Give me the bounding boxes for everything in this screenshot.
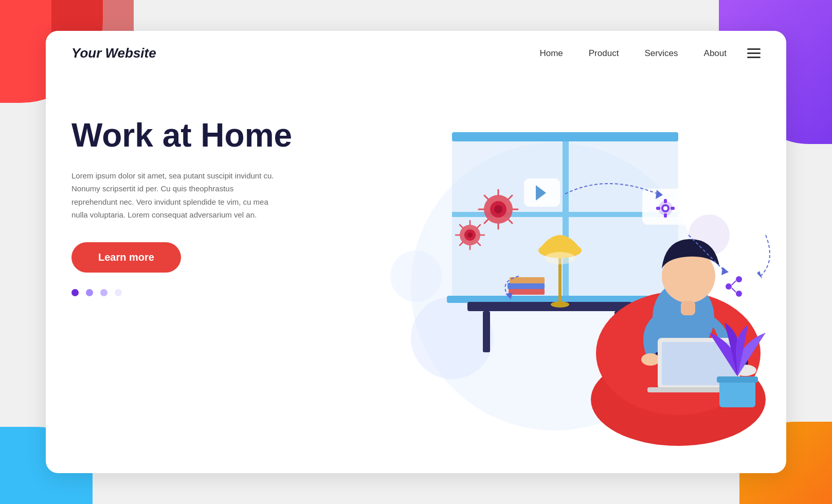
carousel-dots [71, 289, 329, 296]
svg-rect-7 [563, 141, 569, 297]
svg-point-39 [663, 206, 667, 210]
brand-logo[interactable]: Your Website [71, 45, 539, 61]
svg-rect-43 [671, 207, 675, 210]
nav-item-home[interactable]: Home [539, 48, 563, 59]
hamburger-menu-icon[interactable] [747, 48, 761, 58]
svg-point-19 [545, 252, 575, 264]
dot-4[interactable] [115, 289, 122, 296]
navbar: Your Website Home Product Services About [46, 31, 786, 76]
nav-link-services[interactable]: Services [644, 48, 678, 58]
svg-rect-44 [719, 271, 758, 302]
svg-rect-42 [656, 207, 660, 210]
svg-rect-32 [719, 379, 755, 407]
svg-rect-26 [681, 301, 695, 315]
svg-rect-13 [509, 289, 545, 295]
svg-point-4 [390, 250, 442, 302]
svg-rect-10 [467, 302, 632, 311]
menu-line-3 [747, 57, 761, 58]
hero-title: Work at Home [71, 117, 329, 155]
svg-rect-40 [664, 199, 667, 203]
nav-item-product[interactable]: Product [589, 48, 619, 59]
hero-section: Work at Home Lorem ipsum dolor sit amet,… [46, 76, 786, 472]
menu-line-2 [747, 52, 761, 54]
svg-rect-15 [510, 277, 545, 283]
svg-point-45 [726, 283, 732, 290]
svg-point-56 [494, 205, 502, 213]
hero-illustration-container [329, 86, 761, 451]
svg-point-67 [467, 232, 473, 238]
svg-point-47 [736, 291, 742, 297]
hero-illustration [349, 81, 771, 451]
hero-description: Lorem ipsum dolor sit amet, sea putant s… [71, 169, 277, 222]
dot-1[interactable] [71, 289, 79, 296]
svg-point-46 [736, 276, 742, 282]
nav-item-about[interactable]: About [704, 48, 727, 59]
nav-item-services[interactable]: Services [644, 48, 678, 59]
dot-2[interactable] [86, 289, 93, 296]
hero-content-left: Work at Home Lorem ipsum dolor sit amet,… [71, 86, 329, 451]
nav-link-home[interactable]: Home [539, 48, 563, 58]
svg-rect-11 [483, 311, 490, 352]
svg-rect-14 [508, 283, 545, 289]
menu-line-1 [747, 48, 761, 50]
nav-link-about[interactable]: About [704, 48, 727, 58]
svg-point-27 [641, 353, 660, 366]
svg-rect-6 [452, 132, 678, 141]
main-card: Your Website Home Product Services About… [46, 31, 786, 473]
dot-3[interactable] [100, 289, 107, 296]
nav-links: Home Product Services About [539, 48, 727, 59]
nav-link-product[interactable]: Product [589, 48, 619, 58]
svg-rect-33 [717, 376, 758, 383]
learn-more-button[interactable]: Learn more [71, 242, 181, 273]
svg-rect-41 [664, 213, 667, 218]
